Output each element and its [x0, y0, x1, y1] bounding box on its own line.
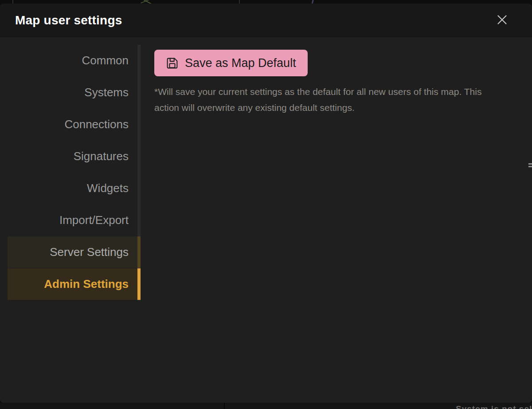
floppy-disk-icon — [166, 57, 179, 70]
sidebar-item-label: Signatures — [74, 149, 129, 163]
save-default-note: *Will save your current settings as the … — [154, 84, 509, 116]
item-state-bar — [137, 45, 141, 76]
sidebar-item-widgets[interactable]: Widgets — [8, 173, 141, 204]
dialog-body: Common Systems Connections Signatures Wi… — [0, 37, 532, 403]
item-state-bar — [137, 173, 141, 204]
sidebar-item-connections[interactable]: Connections — [8, 109, 141, 140]
settings-sidebar: Common Systems Connections Signatures Wi… — [0, 37, 141, 403]
map-grid-line — [239, 0, 240, 4]
close-button[interactable] — [494, 12, 510, 28]
save-as-map-default-button[interactable]: Save as Map Default — [154, 50, 308, 76]
map-grid-line — [224, 403, 225, 409]
map-background-top — [0, 0, 532, 4]
item-state-bar — [137, 204, 141, 236]
clipped-list-icon — [528, 163, 532, 169]
map-background-bottom: System is not selected — [0, 403, 532, 409]
dialog-title: Map user settings — [15, 13, 122, 28]
item-state-bar — [137, 141, 141, 172]
sidebar-item-label: Common — [82, 54, 129, 67]
save-button-label: Save as Map Default — [185, 56, 296, 70]
map-user-settings-dialog: Map user settings Common Systems — [0, 4, 532, 403]
sidebar-item-label: Connections — [64, 118, 129, 131]
close-icon — [496, 14, 508, 27]
map-grid-line — [12, 0, 13, 4]
map-connection-line — [312, 0, 314, 4]
settings-menu: Common Systems Connections Signatures Wi… — [8, 45, 141, 300]
sidebar-item-admin-settings[interactable]: Admin Settings — [8, 268, 141, 300]
sidebar-item-server-settings[interactable]: Server Settings — [8, 236, 141, 268]
item-state-bar — [137, 77, 141, 108]
system-status-text: System is not selected — [456, 404, 532, 409]
sidebar-item-signatures[interactable]: Signatures — [8, 141, 141, 172]
item-state-bar — [137, 268, 141, 300]
sidebar-item-systems[interactable]: Systems — [8, 77, 141, 108]
sidebar-item-common[interactable]: Common — [8, 45, 141, 76]
admin-settings-panel: Save as Map Default *Will save your curr… — [141, 37, 532, 403]
sidebar-item-label: Import/Export — [59, 213, 129, 227]
item-state-bar — [137, 109, 141, 140]
item-state-bar — [137, 236, 141, 268]
sidebar-item-import-export[interactable]: Import/Export — [8, 204, 141, 236]
sidebar-item-label: Server Settings — [50, 245, 129, 259]
sidebar-item-label: Admin Settings — [44, 277, 129, 291]
sidebar-item-label: Systems — [84, 86, 129, 99]
dialog-header: Map user settings — [0, 4, 532, 37]
sidebar-item-label: Widgets — [87, 181, 129, 195]
